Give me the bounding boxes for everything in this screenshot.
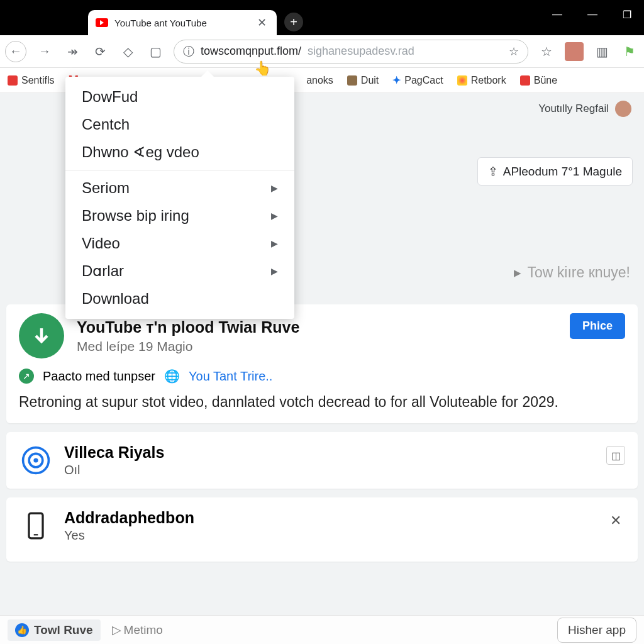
chevron-right-icon: ▶: [271, 266, 278, 276]
footer-chip[interactable]: 👍 Towl Ruve: [8, 619, 101, 641]
menu-darlar[interactable]: Dɑrlar▶: [65, 257, 294, 285]
menu-browse[interactable]: Browse bip iring▶: [65, 202, 294, 230]
menu-download[interactable]: Download: [65, 285, 294, 313]
svg-rect-4: [34, 534, 38, 535]
minimize-button[interactable]: —: [552, 9, 562, 21]
addra-sub: Yes: [64, 528, 194, 543]
chevron-right-icon: ▶: [271, 183, 278, 193]
bookmark-star-icon[interactable]: ☆: [509, 45, 519, 58]
menu-video[interactable]: Video▶: [65, 230, 294, 257]
new-tab-button[interactable]: +: [284, 13, 303, 31]
thumbs-up-icon: 👍: [15, 623, 29, 637]
address-bar[interactable]: ⓘ towscomqnput.flom/sighanesupadesv.rad …: [174, 40, 528, 64]
addra-card: Addradaphedbon Yes ✕: [6, 497, 638, 562]
download-description: Retroning at supur stot video, dannlated…: [19, 392, 625, 412]
target-icon: [19, 443, 53, 477]
bookmark-anoks[interactable]: anoks: [306, 75, 333, 86]
download-subtitle: Med leípe 19 Magio: [77, 339, 299, 354]
maximize-button[interactable]: ❐: [623, 9, 631, 21]
footer-metimo[interactable]: ▷Metimo: [112, 623, 163, 637]
url-suffix: sighanesupadesv.rad: [308, 45, 414, 58]
chevron-right-icon: ▶: [271, 211, 278, 221]
villeca-title: Villeca Riyals: [64, 443, 164, 462]
menu-dhwno[interactable]: Dhwno ∢eg vdeo: [65, 138, 294, 166]
phice-button[interactable]: Phice: [570, 313, 625, 339]
bookmark-duit[interactable]: Duit: [347, 75, 379, 86]
svg-point-2: [33, 458, 38, 462]
close-icon[interactable]: ✕: [606, 511, 625, 530]
download-card: YouTube т'n plood Twiaı Ruve Med leípe 1…: [6, 304, 638, 423]
back-button[interactable]: ←: [5, 41, 26, 62]
youtube-icon: [96, 18, 108, 27]
bookmark-sentifls[interactable]: Sentifls: [8, 75, 54, 86]
meta-link[interactable]: You Tant Trire..: [189, 369, 272, 384]
addra-title: Addradaphedbon: [64, 509, 194, 527]
chevron-right-icon: ▶: [271, 238, 278, 248]
bookmark-retbork[interactable]: Retbork: [457, 75, 506, 86]
bookmark-bune[interactable]: Büne: [520, 75, 557, 86]
villeca-sub: Oıl: [64, 463, 164, 477]
reload-button[interactable]: ⟳: [91, 42, 109, 61]
globe-icon: 🌐: [164, 369, 180, 384]
skip-button[interactable]: ↠: [63, 42, 82, 61]
expand-icon[interactable]: ◫: [606, 446, 625, 465]
menu-centch[interactable]: Centch: [65, 111, 294, 138]
browser-toolbar: ← → ↠ ⟳ ◇ ▢ ⓘ towscomqnput.flom/sighanes…: [0, 35, 644, 68]
context-menu: DowFud Centch Dhwno ∢eg vdeo Seriom▶ Bro…: [65, 77, 294, 319]
hisher-app-button[interactable]: Hisher app: [557, 618, 636, 643]
calendar-icon[interactable]: ▥: [592, 42, 611, 61]
download-title: YouTube т'n plood Twiaı Ruve: [77, 318, 299, 336]
url-main: towscomqnput.flom/: [201, 45, 301, 58]
browser-tab[interactable]: YouTube ant YouTube ✕: [88, 10, 277, 35]
menu-dowfud[interactable]: DowFud: [65, 83, 294, 111]
profile-avatar[interactable]: [565, 42, 584, 61]
bookmark-pagcact[interactable]: ✦PagCact: [392, 74, 443, 86]
extension-icon[interactable]: ⚑: [620, 42, 639, 61]
title-bar: YouTube ant YouTube ✕ + — — ❐: [0, 0, 644, 35]
window-controls: — — ❐: [552, 9, 631, 21]
tab-title: YouTube ant YouTube: [114, 18, 248, 28]
footer-bar: 👍 Towl Ruve ▷Metimo Hisher app: [0, 615, 644, 644]
meta-paacto: Paacto med tunpser: [43, 369, 155, 384]
home-button[interactable]: ◇: [118, 42, 137, 61]
check-icon: ↗: [19, 369, 34, 384]
villeca-card: Villeca Riyals Oıl ◫: [6, 432, 638, 489]
forward-button[interactable]: →: [35, 42, 54, 61]
phone-icon: [19, 509, 53, 543]
menu-seriom[interactable]: Seriom▶: [65, 174, 294, 202]
download-badge-icon: [19, 313, 64, 358]
close-icon[interactable]: ✕: [255, 16, 269, 30]
play-icon: ▷: [112, 623, 121, 637]
clipboard-icon[interactable]: ▢: [146, 42, 165, 61]
restore-button[interactable]: —: [587, 9, 597, 21]
favorites-icon[interactable]: ☆: [537, 42, 556, 61]
site-info-icon[interactable]: ⓘ: [183, 44, 194, 59]
